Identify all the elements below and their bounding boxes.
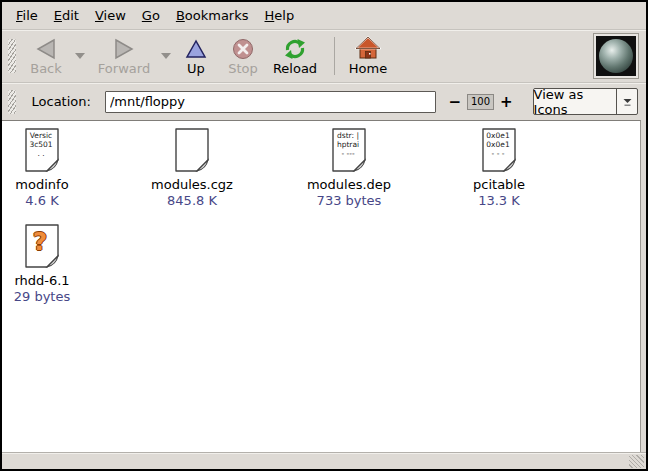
- zoom-level-indicator[interactable]: 100: [467, 94, 494, 110]
- menu-bar: File Edit View Go Bookmarks Help: [2, 2, 646, 30]
- menu-help[interactable]: Help: [265, 8, 295, 23]
- reload-button[interactable]: Reload: [270, 36, 320, 76]
- unknown-file-icon: ?: [23, 223, 61, 269]
- home-label: Home: [349, 61, 387, 76]
- file-item[interactable]: Versic 3c501 . . modinfo 4.6 K: [2, 127, 82, 208]
- text-file-preview-icon: Versic 3c501 . .: [23, 127, 61, 173]
- back-button[interactable]: Back: [26, 36, 66, 76]
- forward-button[interactable]: Forward: [96, 36, 152, 76]
- up-label: Up: [187, 61, 205, 76]
- text-file-preview-icon: dstr: | hptrai - ---: [330, 127, 368, 173]
- file-manager-window: File Edit View Go Bookmarks Help Back Fo…: [0, 0, 648, 471]
- zoom-in-button[interactable]: +: [496, 93, 517, 111]
- question-mark-glyph: ?: [23, 227, 57, 256]
- menu-file[interactable]: File: [16, 8, 38, 23]
- blank-document-icon: [173, 127, 211, 173]
- menu-edit[interactable]: Edit: [54, 8, 79, 23]
- file-item[interactable]: 0x0e1 0x0e1 - - - pcitable 13.3 K: [423, 127, 575, 208]
- reload-label: Reload: [273, 61, 317, 76]
- locationbar-drag-handle[interactable]: [8, 90, 16, 114]
- location-input[interactable]: [105, 91, 437, 113]
- stop-button[interactable]: Stop: [226, 36, 260, 76]
- file-size: 4.6 K: [25, 193, 58, 208]
- home-icon: [355, 36, 381, 60]
- file-item[interactable]: dstr: | hptrai - --- modules.dep 733 byt…: [273, 127, 425, 208]
- home-button[interactable]: Home: [347, 36, 389, 76]
- zoom-out-button[interactable]: −: [444, 93, 465, 111]
- resize-grip[interactable]: [629, 455, 644, 468]
- file-item[interactable]: ? rhdd-6.1 29 bytes: [2, 223, 82, 304]
- up-icon: [184, 36, 208, 60]
- file-icon-view[interactable]: Versic 3c501 . . modinfo 4.6 K modules.c…: [2, 120, 641, 452]
- status-bar: [2, 452, 646, 469]
- menu-view[interactable]: View: [95, 8, 126, 23]
- file-preview-text: Versic 3c501 . .: [24, 131, 58, 158]
- forward-icon: [112, 36, 136, 60]
- toolbar: Back Forward Up: [2, 30, 646, 83]
- file-preview-text: dstr: | hptrai - ---: [331, 131, 365, 158]
- stop-icon: [231, 36, 255, 60]
- throbber-button[interactable]: [593, 33, 639, 79]
- file-name[interactable]: modules.dep: [307, 177, 391, 192]
- file-size: 29 bytes: [14, 289, 71, 304]
- nautilus-throbber-sphere-icon: [599, 39, 633, 73]
- file-name[interactable]: modules.cgz: [151, 177, 233, 192]
- file-name[interactable]: modinfo: [15, 177, 68, 192]
- menu-bookmarks[interactable]: Bookmarks: [176, 8, 249, 23]
- stop-label: Stop: [228, 61, 258, 76]
- up-button[interactable]: Up: [180, 36, 212, 76]
- forward-history-chevron-icon[interactable]: [160, 48, 172, 63]
- forward-label: Forward: [98, 61, 150, 76]
- file-preview-text: 0x0e1 0x0e1 - - -: [481, 131, 515, 158]
- dropdown-arrow-icon: [616, 89, 637, 114]
- file-item[interactable]: modules.cgz 845.8 K: [116, 127, 268, 208]
- back-icon: [34, 36, 58, 60]
- back-label: Back: [30, 61, 62, 76]
- file-size: 845.8 K: [167, 193, 217, 208]
- menu-go[interactable]: Go: [142, 8, 160, 23]
- file-name[interactable]: rhdd-6.1: [14, 273, 69, 288]
- file-name[interactable]: pcitable: [473, 177, 525, 192]
- view-as-selected-value: View as Icons: [534, 89, 616, 114]
- reload-icon: [283, 36, 307, 60]
- location-label: Location:: [32, 94, 91, 109]
- location-bar: Location: − 100 + View as Icons: [2, 83, 646, 120]
- back-history-chevron-icon[interactable]: [74, 48, 86, 63]
- toolbar-drag-handle[interactable]: [8, 39, 16, 73]
- toolbar-separator: [334, 37, 335, 75]
- file-size: 13.3 K: [478, 193, 520, 208]
- view-as-dropdown[interactable]: View as Icons: [533, 88, 638, 115]
- file-size: 733 bytes: [317, 193, 382, 208]
- throbber-frame: [596, 36, 636, 76]
- text-file-preview-icon: 0x0e1 0x0e1 - - -: [480, 127, 518, 173]
